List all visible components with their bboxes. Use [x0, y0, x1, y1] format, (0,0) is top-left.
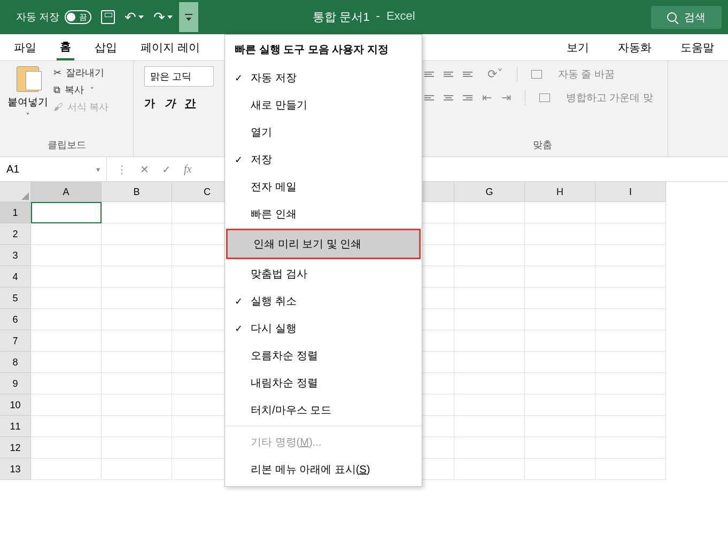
cell[interactable] [454, 266, 525, 287]
paste-button[interactable]: 붙여넣기 ˅ [7, 66, 48, 120]
cell[interactable] [525, 266, 595, 287]
menu-item[interactable]: 다시 실행 [225, 315, 422, 342]
decrease-indent-icon[interactable]: ⇤ [482, 91, 492, 105]
tab-home[interactable]: 홈 [57, 35, 74, 60]
cell[interactable] [102, 416, 172, 437]
cell[interactable] [102, 287, 172, 309]
cell[interactable] [595, 458, 666, 480]
row-header[interactable]: 3 [0, 245, 31, 266]
row-header[interactable]: 11 [0, 416, 31, 437]
cell[interactable] [454, 202, 525, 223]
increase-indent-icon[interactable]: ⇥ [501, 91, 511, 105]
cell[interactable] [525, 437, 595, 458]
row-header[interactable]: 5 [0, 287, 31, 309]
cell[interactable] [454, 330, 525, 352]
cell[interactable] [525, 330, 595, 352]
cell[interactable] [31, 437, 102, 458]
row-header[interactable]: 6 [0, 309, 31, 330]
enter-icon[interactable]: ✓ [162, 163, 171, 176]
cancel-icon[interactable]: ✕ [140, 163, 149, 176]
align-bottom-icon[interactable] [463, 72, 473, 77]
column-header[interactable]: I [595, 182, 666, 202]
undo-button[interactable]: ↶ [125, 9, 144, 26]
cell[interactable] [31, 309, 102, 330]
row-header[interactable]: 8 [0, 352, 31, 373]
wrap-text-button[interactable]: 자동 줄 바꿈 [558, 67, 615, 81]
cell[interactable] [454, 394, 525, 416]
autosave-toggle[interactable]: 자동 저장 끔 [16, 10, 91, 24]
menu-item[interactable]: 새로 만들기 [225, 91, 422, 119]
cell[interactable] [31, 330, 102, 352]
cell[interactable] [525, 245, 595, 266]
cell[interactable] [525, 223, 595, 245]
cell[interactable] [454, 287, 525, 309]
menu-item[interactable]: 자동 저장 [225, 64, 422, 91]
tab-help[interactable]: 도움말 [677, 36, 717, 59]
cell[interactable] [595, 266, 666, 287]
save-button[interactable] [101, 10, 115, 24]
align-center-icon[interactable] [444, 95, 453, 100]
cut-button[interactable]: ✂잘라내기 [53, 66, 109, 79]
redo-button[interactable]: ↷ [153, 9, 173, 26]
cell[interactable] [31, 202, 102, 223]
menu-item[interactable]: 내림차순 정렬 [225, 369, 422, 396]
select-all-corner[interactable] [0, 182, 31, 202]
align-right-icon[interactable] [463, 95, 473, 100]
tab-view[interactable]: 보기 [563, 36, 592, 59]
cell[interactable] [102, 394, 172, 416]
cell[interactable] [31, 287, 102, 309]
tab-insert[interactable]: 삽입 [91, 36, 120, 59]
cell[interactable] [595, 245, 666, 266]
cell[interactable] [31, 373, 102, 394]
cell[interactable] [102, 223, 172, 245]
cell[interactable] [595, 373, 666, 394]
cell[interactable] [595, 202, 666, 223]
menu-item[interactable]: 오름차순 정렬 [225, 342, 422, 369]
cell[interactable] [595, 223, 666, 245]
cell[interactable] [525, 287, 595, 309]
tab-file[interactable]: 파일 [11, 36, 40, 59]
bold-button[interactable]: 가 [144, 96, 155, 111]
name-box[interactable]: A1 ▾ [0, 157, 107, 181]
search-box[interactable]: 검색 [651, 6, 722, 29]
row-header[interactable]: 9 [0, 373, 31, 394]
cell[interactable] [31, 223, 102, 245]
column-header[interactable]: A [31, 182, 102, 202]
menu-item[interactable]: 저장 [225, 146, 422, 173]
menu-item[interactable]: 빠른 인쇄 [225, 200, 422, 228]
qat-customize-button[interactable] [179, 2, 198, 32]
cell[interactable] [102, 330, 172, 352]
cell[interactable] [525, 202, 595, 223]
cell[interactable] [525, 416, 595, 437]
cell[interactable] [31, 394, 102, 416]
menu-item[interactable]: 실행 취소 [225, 287, 422, 315]
italic-button[interactable]: 가 [165, 96, 175, 111]
menu-item[interactable]: 전자 메일 [225, 173, 422, 200]
cell[interactable] [102, 266, 172, 287]
cell[interactable] [102, 373, 172, 394]
cell[interactable] [525, 373, 595, 394]
column-header[interactable]: H [525, 182, 595, 202]
row-header[interactable]: 4 [0, 266, 31, 287]
menu-item[interactable]: 열기 [225, 119, 422, 146]
cell[interactable] [102, 202, 172, 223]
cell[interactable] [454, 223, 525, 245]
cell[interactable] [31, 416, 102, 437]
cell[interactable] [454, 458, 525, 480]
cell[interactable] [31, 266, 102, 287]
menu-item[interactable]: 인쇄 미리 보기 및 인쇄 [226, 229, 421, 259]
cell[interactable] [525, 352, 595, 373]
cell[interactable] [595, 437, 666, 458]
menu-item-show-below-ribbon[interactable]: 리본 메뉴 아래에 표시(S) [225, 456, 422, 480]
fx-icon[interactable]: fx [184, 163, 191, 175]
align-middle-icon[interactable] [444, 72, 453, 77]
cell[interactable] [102, 437, 172, 458]
row-header[interactable]: 10 [0, 394, 31, 416]
cell[interactable] [525, 394, 595, 416]
font-name-select[interactable]: 맑은 고딕 [144, 66, 214, 87]
cell[interactable] [595, 352, 666, 373]
menu-item[interactable]: 맞춤법 검사 [225, 260, 422, 287]
menu-item[interactable]: 터치/마우스 모드 [225, 396, 422, 424]
menu-item-more-commands[interactable]: 기타 명령(M)... [225, 426, 422, 456]
cell[interactable] [102, 245, 172, 266]
